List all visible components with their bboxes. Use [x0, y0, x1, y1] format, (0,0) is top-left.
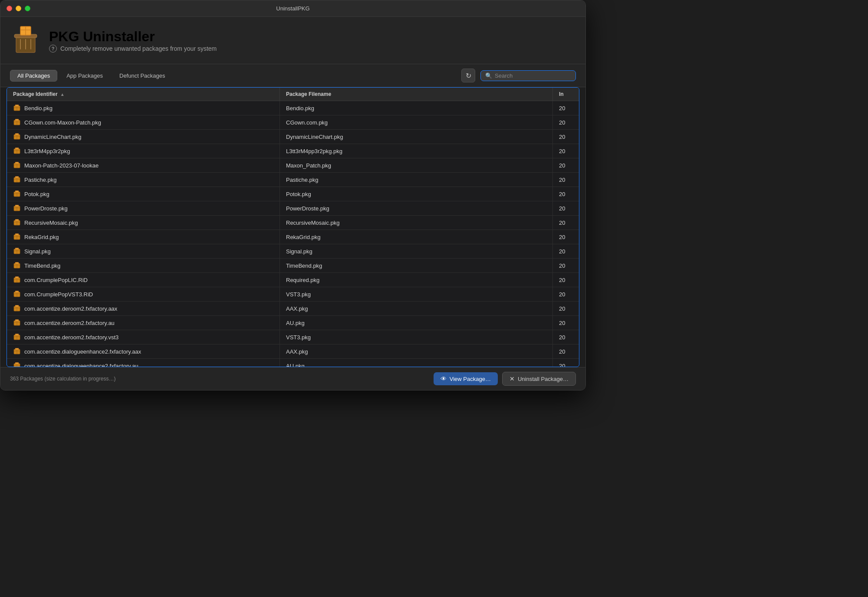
cell-identifier: Pastiche.pkg — [7, 173, 280, 187]
svg-rect-68 — [15, 305, 19, 307]
table-row[interactable]: com.CrumplePopVST3.RiD VST3.pkg 20 — [7, 287, 579, 302]
svg-rect-56 — [15, 262, 19, 264]
table-row[interactable]: com.accentize.deroom2.fxfactory.au AU.pk… — [7, 316, 579, 330]
packages-table: Package Identifier ▲ Package Filename In — [7, 87, 579, 367]
pkg-row-icon — [13, 276, 21, 284]
cell-identifier: Potok.pkg — [7, 187, 280, 201]
table-row[interactable]: Potok.pkg Potok.pkg 20 — [7, 187, 579, 201]
pkg-row-icon — [13, 233, 21, 241]
cell-date: 20 — [553, 273, 579, 287]
cell-identifier: TimeBend.pkg — [7, 259, 280, 272]
maximize-button[interactable] — [25, 6, 30, 11]
cell-filename: AU.pkg — [280, 359, 553, 367]
table-row[interactable]: DynamicLineChart.pkg DynamicLineChart.pk… — [7, 130, 579, 144]
tab-defunct-packages[interactable]: Defunct Packages — [112, 70, 173, 82]
pkg-row-icon — [13, 176, 21, 184]
table-row[interactable]: com.accentize.deroom2.fxfactory.aax AAX.… — [7, 302, 579, 316]
cell-date: 20 — [553, 316, 579, 330]
pkg-row-icon — [13, 133, 21, 141]
cell-date: 20 — [553, 302, 579, 315]
svg-rect-48 — [15, 234, 19, 236]
cell-identifier: com.accentize.dialogueenhance2.fxfactory… — [7, 344, 280, 358]
table-row[interactable]: Signal.pkg Signal.pkg 20 — [7, 244, 579, 259]
cell-identifier: com.accentize.dialogueenhance2.fxfactory… — [7, 359, 280, 367]
cell-filename: CGown.com.pkg — [280, 115, 553, 129]
svg-rect-28 — [15, 162, 19, 164]
svg-rect-52 — [15, 248, 19, 250]
table-row[interactable]: com.accentize.deroom2.fxfactory.vst3 VST… — [7, 330, 579, 344]
search-input[interactable] — [495, 72, 564, 79]
table-row[interactable]: RekaGrid.pkg RekaGrid.pkg 20 — [7, 230, 579, 244]
refresh-button[interactable]: ↻ — [461, 69, 475, 82]
column-header-identifier: Package Identifier ▲ — [7, 88, 280, 101]
svg-rect-32 — [15, 177, 19, 178]
view-package-label: View Package… — [450, 376, 491, 382]
pkg-row-icon — [13, 333, 21, 341]
pkg-row-icon — [13, 219, 21, 226]
table-row[interactable]: RecursiveMosaic.pkg RecursiveMosaic.pkg … — [7, 216, 579, 230]
view-package-button[interactable]: 👁 View Package… — [434, 372, 498, 385]
cell-identifier: com.accentize.deroom2.fxfactory.aax — [7, 302, 280, 315]
sort-arrow-identifier: ▲ — [60, 92, 65, 97]
pkg-row-icon — [13, 362, 21, 367]
pkg-row-icon — [13, 147, 21, 155]
cell-identifier: RecursiveMosaic.pkg — [7, 216, 280, 230]
pkg-row-icon — [13, 290, 21, 298]
table-row[interactable]: Maxon-Patch-2023-07-lookae Maxon_Patch.p… — [7, 158, 579, 173]
help-icon[interactable]: ? — [49, 45, 57, 52]
table-row[interactable]: com.CrumplePopLIC.RiD Required.pkg 20 — [7, 273, 579, 287]
uninstall-package-label: Uninstall Package… — [518, 376, 569, 382]
svg-rect-24 — [15, 148, 19, 150]
svg-rect-40 — [15, 205, 19, 207]
svg-rect-80 — [15, 348, 19, 350]
cell-filename: Bendio.pkg — [280, 101, 553, 115]
table-row[interactable]: CGown.com-Maxon-Patch.pkg CGown.com.pkg … — [7, 115, 579, 130]
cell-date: 20 — [553, 344, 579, 358]
minimize-button[interactable] — [16, 6, 21, 11]
pkg-row-icon — [13, 262, 21, 269]
app-icon — [10, 25, 41, 56]
table-body: Bendio.pkg Bendio.pkg 20 CGown.com-Maxon… — [7, 101, 579, 367]
table-row[interactable]: Bendio.pkg Bendio.pkg 20 — [7, 101, 579, 115]
pkg-row-icon — [13, 161, 21, 169]
cell-filename: Pastiche.pkg — [280, 173, 553, 187]
cell-date: 20 — [553, 330, 579, 344]
svg-rect-36 — [15, 191, 19, 193]
pkg-row-icon — [13, 247, 21, 255]
cell-date: 20 — [553, 259, 579, 272]
table-row[interactable]: Pastiche.pkg Pastiche.pkg 20 — [7, 173, 579, 187]
table-row[interactable]: com.accentize.dialogueenhance2.fxfactory… — [7, 344, 579, 359]
cell-date: 20 — [553, 101, 579, 115]
cell-date: 20 — [553, 359, 579, 367]
table-header: Package Identifier ▲ Package Filename In — [7, 88, 579, 101]
header-subtitle-text: Completely remove unwanted packages from… — [60, 45, 217, 52]
cell-filename: TimeBend.pkg — [280, 259, 553, 272]
table-row[interactable]: com.accentize.dialogueenhance2.fxfactory… — [7, 359, 579, 367]
cell-date: 20 — [553, 287, 579, 301]
bottom-bar: 363 Packages (size calculation in progre… — [0, 367, 585, 390]
cell-identifier: com.CrumplePopLIC.RiD — [7, 273, 280, 287]
cell-identifier: CGown.com-Maxon-Patch.pkg — [7, 115, 280, 129]
svg-rect-84 — [15, 363, 19, 364]
table-row[interactable]: L3tt3rM4pp3r2pkg L3tt3rM4pp3r2pkg.pkg 20 — [7, 144, 579, 158]
cell-filename: VST3.pkg — [280, 287, 553, 301]
table-row[interactable]: PowerDroste.pkg PowerDroste.pkg 20 — [7, 201, 579, 216]
cell-filename: VST3.pkg — [280, 330, 553, 344]
cell-filename: L3tt3rM4pp3r2pkg.pkg — [280, 144, 553, 158]
cell-date: 20 — [553, 158, 579, 172]
uninstall-package-button[interactable]: ✕ Uninstall Package… — [502, 372, 576, 386]
pkg-row-icon — [13, 190, 21, 198]
tab-all-packages[interactable]: All Packages — [10, 70, 57, 82]
pkg-row-icon — [13, 319, 21, 327]
close-button[interactable] — [7, 6, 12, 11]
table-row[interactable]: TimeBend.pkg TimeBend.pkg 20 — [7, 259, 579, 273]
cell-filename: Potok.pkg — [280, 187, 553, 201]
cell-date: 20 — [553, 115, 579, 129]
cell-filename: DynamicLineChart.pkg — [280, 130, 553, 144]
cell-identifier: RekaGrid.pkg — [7, 230, 280, 244]
tab-app-packages[interactable]: App Packages — [59, 70, 110, 82]
title-bar: UninstallPKG — [0, 0, 585, 17]
pkg-row-icon — [13, 118, 21, 126]
cell-identifier: Signal.pkg — [7, 244, 280, 258]
cell-filename: AAX.pkg — [280, 302, 553, 315]
